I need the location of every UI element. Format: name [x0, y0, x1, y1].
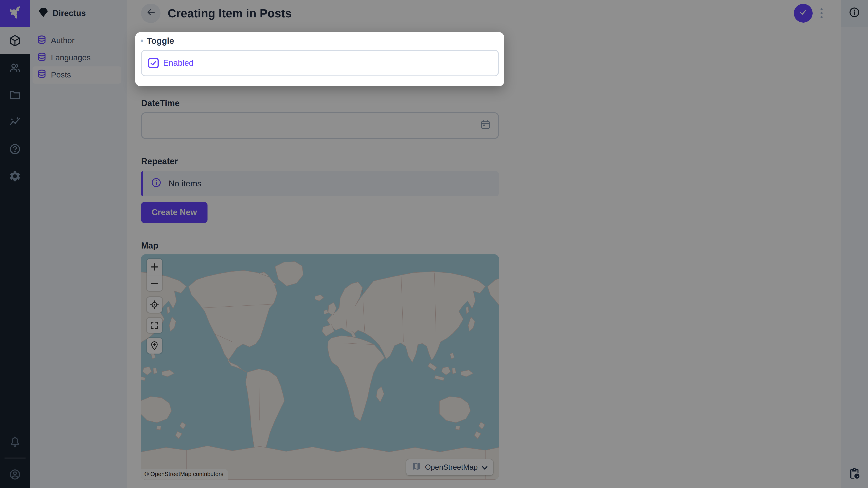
toggle-checkbox-label[interactable]: Enabled [163, 58, 194, 68]
toggle-checkbox[interactable] [148, 58, 159, 68]
checkmark-icon [150, 59, 157, 67]
toggle-field-spotlight: Toggle Enabled [135, 32, 504, 86]
edited-indicator-dot [141, 39, 143, 42]
toggle-input[interactable]: Enabled [141, 50, 499, 76]
toggle-field-label: Toggle [147, 37, 174, 45]
directus-app: Directus Author Languages Posts [0, 0, 868, 488]
